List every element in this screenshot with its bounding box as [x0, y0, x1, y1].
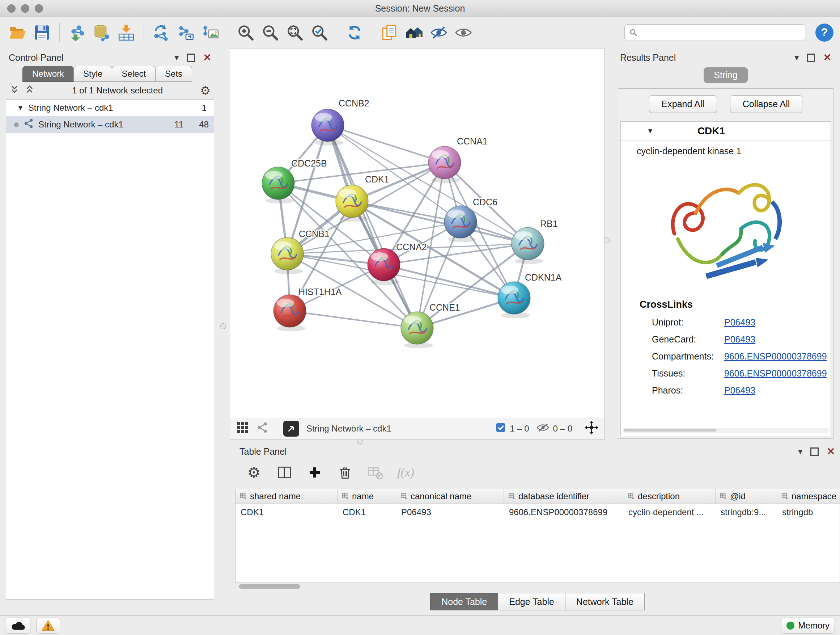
node-cdc6[interactable]	[444, 206, 477, 242]
table-cell[interactable]: 9606.ENSP00000378699	[504, 504, 623, 521]
splitter-handle-left[interactable]	[220, 323, 226, 329]
tab-node-table[interactable]: Node Table	[430, 593, 498, 610]
collapse-triangle-icon[interactable]: ▼	[17, 104, 24, 112]
copy-button[interactable]	[379, 21, 401, 44]
gene-section-header[interactable]: ▼ CDK1	[621, 122, 831, 141]
search-input[interactable]	[641, 27, 801, 38]
tab-style[interactable]: Style	[73, 66, 112, 82]
gear-icon[interactable]: ⚙	[200, 85, 210, 96]
show-columns-button[interactable]	[276, 464, 293, 481]
column-header-name[interactable]: name	[338, 489, 396, 504]
panel-float-icon[interactable]	[187, 54, 195, 62]
panel-close-icon[interactable]: ✕	[827, 447, 835, 456]
show-hidden-button[interactable]	[453, 21, 474, 44]
crosslink-genecard[interactable]: P06493	[724, 334, 755, 345]
panel-float-icon[interactable]	[807, 54, 815, 62]
hidden-eye-slash-icon[interactable]	[537, 423, 549, 434]
crosslink-tissues[interactable]: 9606.ENSP00000378699	[724, 368, 827, 379]
save-session-button[interactable]	[31, 21, 53, 44]
zoom-selected-button[interactable]	[309, 21, 330, 44]
edge-ccnb2-rb1[interactable]	[328, 125, 528, 244]
zoom-out-button[interactable]	[259, 21, 281, 44]
import-table-button[interactable]	[115, 21, 137, 44]
splitter-handle-bottom[interactable]	[357, 439, 363, 445]
crosslink-pharos[interactable]: P06493	[724, 385, 755, 396]
delete-column-button[interactable]	[336, 464, 354, 481]
table-cell[interactable]: P06493	[396, 504, 504, 521]
collapse-triangle-icon[interactable]: ▼	[647, 127, 654, 135]
tab-sets[interactable]: Sets	[155, 66, 192, 82]
export-image-button[interactable]	[200, 21, 221, 44]
panel-menu-icon[interactable]: ▾	[174, 53, 179, 62]
table-cell[interactable]: cyclin-dependent ...	[623, 504, 715, 521]
node-ccnb2[interactable]	[311, 109, 344, 146]
expand-all-button[interactable]: Expand All	[649, 95, 717, 113]
column-header--id[interactable]: @id	[715, 489, 777, 504]
node-rb1[interactable]	[512, 227, 544, 264]
close-window-button[interactable]	[7, 4, 16, 13]
crosslink-compartments[interactable]: 9606.ENSP00000378699	[724, 351, 827, 362]
column-header-canonical-name[interactable]: canonical name	[396, 489, 504, 504]
scrollbar-thumb[interactable]	[239, 584, 300, 589]
help-button[interactable]: ?	[815, 24, 834, 42]
add-column-button[interactable]	[306, 464, 324, 481]
node-ccne1[interactable]	[401, 312, 433, 348]
cloud-button[interactable]	[5, 618, 30, 633]
tab-edge-table[interactable]: Edge Table	[498, 593, 565, 610]
maximize-window-button[interactable]	[35, 4, 43, 13]
column-header-shared-name[interactable]: shared name	[235, 489, 338, 504]
node-hist1h1a[interactable]	[273, 295, 306, 331]
column-header-database-identifier[interactable]: database identifier	[504, 489, 623, 504]
expand-all-icon[interactable]	[9, 85, 19, 96]
results-horizontal-scrollbar[interactable]	[623, 428, 829, 433]
export-network-button[interactable]	[175, 21, 197, 44]
hide-selected-button[interactable]	[428, 21, 450, 44]
open-session-button[interactable]	[6, 21, 28, 44]
node-cdkn1a[interactable]	[498, 282, 531, 318]
network-share-icon[interactable]	[256, 421, 268, 436]
panel-menu-icon[interactable]: ▾	[798, 447, 802, 456]
table-cell[interactable]: CDK1	[235, 504, 338, 521]
import-network-file-button[interactable]	[66, 21, 88, 44]
table-cell[interactable]: stringdb:9...	[715, 504, 777, 521]
panel-close-icon[interactable]: ✕	[823, 53, 831, 63]
tab-network[interactable]: Network	[22, 66, 74, 82]
grid-view-icon[interactable]	[236, 421, 249, 436]
splitter-handle-right[interactable]	[604, 238, 609, 243]
node-ccnb1[interactable]	[271, 238, 303, 274]
tab-select[interactable]: Select	[112, 66, 156, 82]
edge-ccnb2-ccne1[interactable]	[328, 125, 417, 328]
panel-close-icon[interactable]: ✕	[203, 53, 211, 63]
edge-hist1h1a-ccne1[interactable]	[290, 311, 417, 328]
node-cdc25b[interactable]	[262, 167, 294, 203]
panel-float-icon[interactable]	[810, 448, 819, 456]
apply-layout-button[interactable]	[344, 21, 365, 44]
minimize-window-button[interactable]	[21, 4, 29, 13]
collapse-all-button[interactable]: Collapse All	[730, 95, 803, 113]
tab-string[interactable]: String	[704, 67, 747, 83]
table-cell[interactable]: CDK1	[338, 504, 396, 521]
table-cell[interactable]: stringdb	[777, 504, 840, 521]
new-network-from-selection-button[interactable]	[150, 21, 172, 44]
home-button[interactable]	[403, 21, 425, 44]
collapse-all-icon[interactable]	[25, 85, 35, 96]
memory-button[interactable]: Memory	[781, 618, 835, 633]
network-canvas[interactable]: CCNB2CCNA1CDC25BCDK1CDC6RB1CCNB1CCNA2CDK…	[230, 49, 604, 418]
table-settings-button[interactable]: ⚙	[245, 464, 263, 481]
node-ccna1[interactable]	[428, 146, 461, 183]
tree-item-collection[interactable]: ▼ String Network – cdk1 1	[6, 100, 214, 116]
crosslink-uniprot[interactable]: P06493	[724, 317, 755, 328]
warning-button[interactable]	[36, 618, 60, 633]
panel-menu-icon[interactable]: ▾	[794, 53, 799, 62]
tree-item-network[interactable]: String Network – cdk1 11 48	[6, 116, 214, 133]
pan-crosshair-icon[interactable]	[584, 421, 598, 437]
tab-network-table[interactable]: Network Table	[565, 593, 645, 610]
zoom-fit-button[interactable]	[284, 21, 306, 44]
table-horizontal-scrollbar[interactable]	[235, 583, 840, 590]
selected-checkbox-icon[interactable]	[495, 422, 506, 435]
zoom-in-button[interactable]	[235, 21, 256, 44]
column-header-description[interactable]: description	[623, 489, 715, 504]
detach-view-button[interactable]	[283, 421, 299, 437]
edge-ccnb2-ccna1[interactable]	[328, 125, 445, 163]
import-network-database-button[interactable]	[91, 21, 112, 44]
